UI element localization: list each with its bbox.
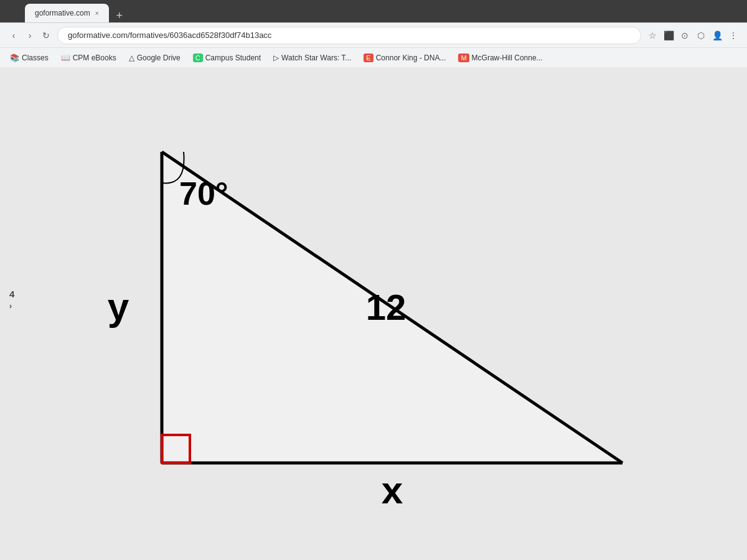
bookmark-star-icon[interactable]: ☆ <box>646 29 659 42</box>
diagram-container: 70° 12 y x <box>68 102 679 525</box>
drive-icon: △ <box>129 54 134 62</box>
vertical-side-label: y <box>108 285 129 328</box>
bookmark-cpm-label: CPM eBooks <box>73 54 116 62</box>
sidebar-item-number: 4 <box>9 289 14 299</box>
bookmark-classes-label: Classes <box>22 54 49 62</box>
browser-chrome: goformative.com × + ‹ › ↻ goformative.co… <box>0 0 747 67</box>
bookmark-cpm[interactable]: 📖 CPM eBooks <box>56 52 121 64</box>
bookmark-starwars-label: Watch Star Wars: T... <box>281 54 351 62</box>
history-icon[interactable]: ⊙ <box>679 29 691 42</box>
sidebar-numbers: 4 › <box>9 289 14 310</box>
hypotenuse-label: 12 <box>366 287 406 327</box>
bookmark-mcgraw[interactable]: M McGraw-Hill Conne... <box>453 52 547 64</box>
address-bar: ‹ › ↻ goformative.com/formatives/6036acd… <box>0 22 747 47</box>
bookmarks-bar: 📚 Classes 📖 CPM eBooks △ Google Drive C … <box>0 47 747 67</box>
bookmark-classes[interactable]: 📚 Classes <box>5 52 54 64</box>
tab-close-button[interactable]: × <box>95 10 99 17</box>
bookmark-mcgraw-label: McGraw-Hill Conne... <box>472 54 543 62</box>
toolbar-icons: ☆ ⬛ ⊙ ⬡ 👤 ⋮ <box>646 29 740 42</box>
campus-icon: C <box>193 54 203 62</box>
bookmark-campus[interactable]: C Campus Student <box>188 52 266 64</box>
bookmark-connor-label: Connor King - DNA... <box>376 54 446 62</box>
tab-bar: goformative.com × + <box>0 0 747 22</box>
angle-label: 70° <box>179 175 228 212</box>
cpm-icon: 📖 <box>61 54 70 62</box>
forward-button[interactable]: › <box>24 29 36 42</box>
main-content: 4 › 17 18 70° 12 <box>0 67 747 560</box>
connor-icon: E <box>364 54 373 62</box>
cast-icon[interactable]: ⬛ <box>662 29 675 42</box>
classes-icon: 📚 <box>10 54 19 62</box>
sidebar-arrow: › <box>9 302 14 310</box>
extensions-icon[interactable]: ⬡ <box>695 29 707 42</box>
browser-tab[interactable]: goformative.com × <box>25 4 109 22</box>
url-text: goformative.com/formatives/6036acd6528f3… <box>68 30 271 40</box>
bookmark-starwars[interactable]: ▷ Watch Star Wars: T... <box>268 52 356 64</box>
reload-button[interactable]: ↻ <box>40 29 52 42</box>
profile-icon[interactable]: 👤 <box>711 29 723 42</box>
new-tab-button[interactable]: + <box>111 9 128 22</box>
starwars-icon: ▷ <box>273 54 279 62</box>
bookmark-connor[interactable]: E Connor King - DNA... <box>359 52 451 64</box>
mcgraw-icon: M <box>458 54 469 62</box>
triangle-diagram: 70° 12 y x <box>87 114 660 513</box>
nav-icons: ‹ › ↻ <box>7 29 52 42</box>
bookmark-campus-label: Campus Student <box>205 54 261 62</box>
url-input[interactable]: goformative.com/formatives/6036acd6528f3… <box>57 27 641 44</box>
bookmark-drive-label: Google Drive <box>137 54 181 62</box>
tab-label: goformative.com <box>35 9 90 17</box>
bookmark-drive[interactable]: △ Google Drive <box>124 52 186 64</box>
horizontal-side-label: x <box>382 469 403 511</box>
back-button[interactable]: ‹ <box>7 29 20 42</box>
menu-icon[interactable]: ⋮ <box>727 29 740 42</box>
